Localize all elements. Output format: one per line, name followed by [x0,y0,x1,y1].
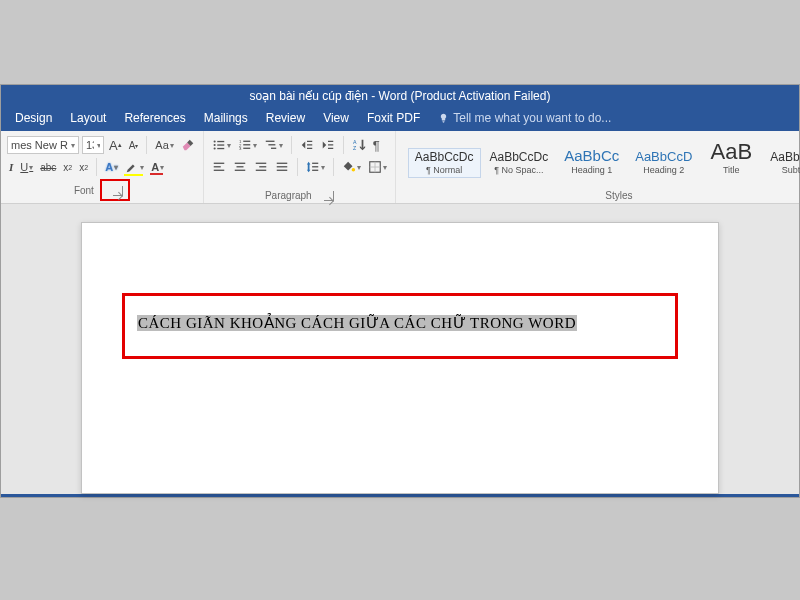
svg-rect-1 [217,141,224,142]
align-center-button[interactable] [231,159,249,175]
multilevel-list-button[interactable]: ▾ [262,137,285,153]
style-item--normal[interactable]: AaBbCcDc¶ Normal [408,148,481,178]
svg-rect-12 [266,141,275,142]
separator [333,158,334,176]
paragraph-dialog-launcher[interactable] [322,189,334,201]
style-preview: AaBbCcD [770,151,800,163]
style-item-subtitle[interactable]: AaBbCcDSubtitle [763,148,800,178]
numbering-button[interactable]: 123▾ [236,137,259,153]
tab-design[interactable]: Design [15,111,52,125]
font-launcher-highlight [100,179,130,201]
separator [146,136,147,154]
font-name-combo[interactable]: mes New Ro▾ [7,136,79,154]
svg-text:3: 3 [239,146,242,151]
multilevel-list-icon [264,138,278,152]
svg-rect-30 [312,166,318,167]
tab-references[interactable]: References [124,111,185,125]
clear-formatting-button[interactable] [179,137,197,153]
svg-point-0 [213,140,215,142]
font-group-label: Font [74,185,94,196]
paragraph-group-label: Paragraph [265,190,312,201]
style-preview: AaB [708,141,754,163]
align-right-icon [254,160,268,174]
document-page[interactable]: CÁCH GIÃN KHOẢNG CÁCH GIỮA CÁC CHỮ TRONG… [81,222,719,494]
superscript-button[interactable]: x2 [77,161,90,174]
svg-rect-7 [243,141,250,142]
svg-point-32 [351,168,355,172]
style-name-label: ¶ No Spac... [490,165,549,175]
justify-icon [275,160,289,174]
style-preview: AaBbCcD [635,150,692,163]
svg-rect-22 [235,170,246,171]
svg-rect-14 [271,148,276,149]
align-right-button[interactable] [252,159,270,175]
style-preview: AaBbCc [564,148,619,163]
styles-gallery[interactable]: AaBbCcDc¶ NormalAaBbCcDc¶ No Spac...AaBb… [402,135,800,178]
shading-button[interactable]: ▾ [340,159,363,175]
outdent-icon [300,138,314,152]
font-size-combo[interactable]: 13▾ [82,136,104,154]
svg-rect-25 [256,170,267,171]
align-left-icon [212,160,226,174]
highlight-button[interactable]: ▾ [123,159,146,175]
tab-layout[interactable]: Layout [70,111,106,125]
svg-rect-19 [214,170,225,171]
style-name-label: Heading 1 [564,165,619,175]
change-case-button[interactable]: Aa▾ [153,138,175,152]
paint-bucket-icon [342,160,356,174]
separator [343,136,344,154]
document-area[interactable]: CÁCH GIÃN KHOẢNG CÁCH GIỮA CÁC CHỮ TRONG… [1,204,799,494]
align-left-button[interactable] [210,159,228,175]
font-dialog-launcher[interactable] [111,184,123,196]
borders-button[interactable]: ▾ [366,159,389,175]
svg-rect-3 [217,144,224,145]
svg-rect-26 [277,163,288,164]
subscript-button[interactable]: x2 [61,161,74,174]
bullets-button[interactable]: ▾ [210,137,233,153]
style-preview: AaBbCcDc [490,151,549,163]
word-app-window: soạn bài nếu cúp điện - Word (Product Ac… [0,84,800,498]
selected-document-text[interactable]: CÁCH GIÃN KHOẢNG CÁCH GIỮA CÁC CHỮ TRONG… [137,315,577,331]
bottom-accent-bar [1,494,799,497]
tab-mailings[interactable]: Mailings [204,111,248,125]
justify-button[interactable] [273,159,291,175]
style-name-label: Heading 2 [635,165,692,175]
separator [297,158,298,176]
show-paragraph-marks-button[interactable]: ¶ [371,137,382,154]
shrink-font-button[interactable]: A▾ [127,139,141,152]
tab-review[interactable]: Review [266,111,305,125]
svg-rect-28 [277,170,288,171]
svg-rect-27 [277,166,288,167]
decrease-indent-button[interactable] [298,137,316,153]
font-color-button[interactable]: A▾ [149,160,166,174]
indent-icon [321,138,335,152]
tab-view[interactable]: View [323,111,349,125]
svg-text:Z: Z [353,145,357,151]
tell-me-search[interactable]: Tell me what you want to do... [438,111,611,125]
sort-button[interactable]: AZ [350,137,368,153]
italic-button[interactable]: I [7,160,15,174]
eraser-icon [181,138,195,152]
underline-button[interactable]: U▾ [18,160,35,174]
svg-rect-13 [268,144,275,145]
font-group: mes New Ro▾ 13▾ A▴ A▾ Aa▾ I U▾ abc [1,131,204,203]
text-effects-button[interactable]: A▾ [103,160,120,174]
increase-indent-button[interactable] [319,137,337,153]
number-list-icon: 123 [238,138,252,152]
tab-foxit-pdf[interactable]: Foxit PDF [367,111,420,125]
svg-rect-31 [312,170,318,171]
grow-font-button[interactable]: A▴ [107,137,124,154]
line-spacing-button[interactable]: ▾ [304,159,327,175]
ribbon: mes New Ro▾ 13▾ A▴ A▾ Aa▾ I U▾ abc [1,131,799,204]
svg-rect-29 [312,163,318,164]
style-item-title[interactable]: AaBTitle [701,138,761,178]
align-center-icon [233,160,247,174]
strikethrough-button[interactable]: abc [38,161,58,174]
borders-icon [368,160,382,174]
svg-rect-21 [236,166,243,167]
style-item-heading-1[interactable]: AaBbCcHeading 1 [557,145,626,178]
style-item--no-spac-[interactable]: AaBbCcDc¶ No Spac... [483,148,556,178]
launcher-icon [113,186,123,196]
ribbon-tabs: Design Layout References Mailings Review… [1,107,799,131]
style-item-heading-2[interactable]: AaBbCcDHeading 2 [628,147,699,178]
